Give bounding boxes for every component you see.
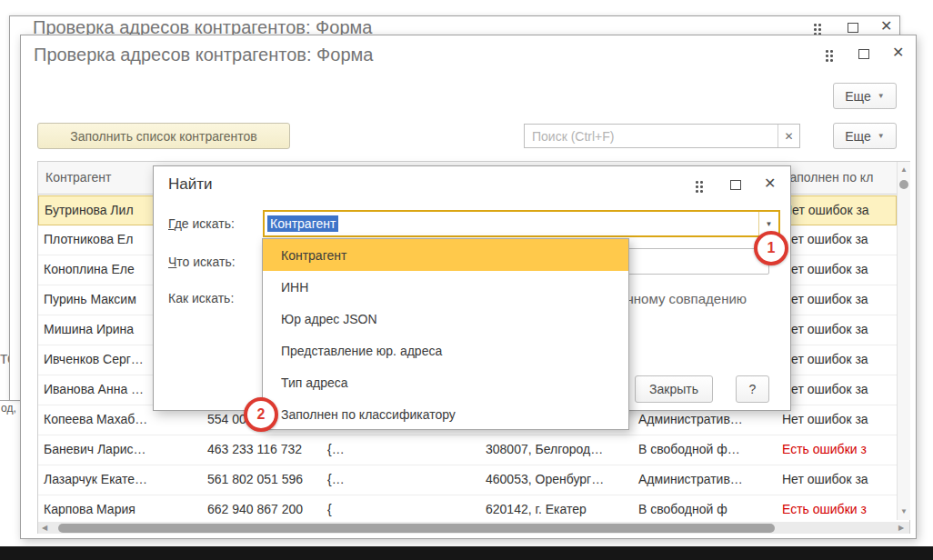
dropdown-item[interactable]: Тип адреса [263,366,628,398]
cell-name: Коноплина Еле [44,262,135,276]
cell-status: Нет ошибок за [782,382,868,396]
cell-name: Баневич Ларис… [44,442,146,456]
what-label: Что искать: [168,255,236,269]
bottom-bar [0,546,933,560]
cell-status: Нет ошибок за [782,322,868,336]
more-button-table[interactable]: Еще ▼ [833,123,897,149]
page-title: Проверка адресов контрагентов: Форма [34,45,373,65]
dropdown-item[interactable]: Юр адрес JSON [263,303,628,335]
cell-status: Есть ошибки з [782,502,867,516]
search-input[interactable] [525,125,778,147]
cell-inn: 662 940 867 200 [207,502,303,516]
dropdown-item[interactable]: Контрагент [263,239,628,271]
cell-json: { [327,502,332,516]
table-row[interactable]: Лазарчук Екате…561 802 051 596{…460053, … [38,465,897,495]
maximize-icon[interactable] [848,23,858,33]
dropdown-item[interactable]: Представление юр. адреса [263,335,628,366]
table-row[interactable]: Карпова Мария662 940 867 200{620142, г. … [38,495,897,522]
cell-name: Бутринова Лил [45,203,134,217]
cell-name: Ивченков Серг… [44,352,144,366]
cell-json: {… [327,472,345,486]
close-icon[interactable]: ✕ [880,20,892,33]
dialog-title: Найти [168,175,213,194]
menu-dots-icon[interactable] [696,181,703,193]
more-button-label: Еще [845,129,871,144]
table-row[interactable]: Баневич Ларис…463 233 116 732{…308007, Б… [38,435,897,465]
maximize-icon[interactable] [730,180,741,190]
maximize-icon[interactable] [858,49,869,59]
search-scope-combobox[interactable]: Контрагент ▼ [263,210,780,237]
cell-status: Нет ошибок за [782,262,868,276]
cell-status: Нет ошибок за [782,412,868,426]
vertical-scroll-thumb[interactable] [899,180,908,189]
cell-type: В свободной ф [638,502,727,516]
cell-type: В свободной ф… [638,442,740,456]
horizontal-scroll-thumb[interactable] [58,524,775,533]
cell-status: Нет ошибок за [783,203,869,217]
chevron-down-icon: ▼ [878,132,885,140]
annotation-step-2: 2 [244,397,278,432]
fill-counterparties-button[interactable]: Заполнить список контрагентов [37,123,290,149]
cell-type: Административ… [638,412,743,426]
cell-name: Плотникова Ел [44,232,133,246]
clear-search-button[interactable]: ✕ [778,125,799,147]
cell-status: Нет ошибок за [782,472,868,486]
cell-name: Карпова Мария [44,502,135,516]
background-text-fragment: од, [1,402,16,415]
cell-type: Административ… [638,472,743,486]
chevron-down-icon: ▼ [878,92,885,100]
dropdown-item[interactable]: ИНН [263,271,628,303]
cell-address: 460053, Оренбург… [486,472,604,486]
help-button[interactable]: ? [736,375,769,403]
annotation-number: 1 [767,240,776,256]
cell-status: Нет ошибок за [782,232,868,246]
scroll-right-icon[interactable]: ▶ [898,524,904,532]
cell-name: Иванова Анна … [44,382,144,396]
column-header-counterparty[interactable]: Контрагент [45,170,111,185]
column-header-filled-by[interactable]: Заполнен по кл [782,170,873,185]
annotation-step-1: 1 [754,231,788,265]
annotation-number: 2 [257,406,266,423]
cell-address: 308007, Белгород… [486,442,603,456]
cell-name: Пуринь Максим [44,292,136,306]
scroll-up-icon[interactable]: ▲ [900,165,908,174]
close-dialog-button[interactable]: Закрыть [635,375,713,403]
cell-name: Мишина Ирина [44,322,134,336]
cell-status: Есть ошибки з [782,442,867,456]
cell-name: Лазарчук Екате… [44,472,147,486]
cell-address: 620142, г. Екатер [486,502,587,516]
find-dropdown-list: КонтрагентИННЮр адрес JSONПредставление … [262,238,629,430]
cell-json: {… [327,442,345,456]
more-button-top[interactable]: Еще ▼ [833,83,897,109]
vertical-scrollbar[interactable]: ▲ ▼ [897,162,910,520]
cell-status: Нет ошибок за [782,352,868,366]
where-label: Где искать: [168,216,235,231]
cell-inn: 561 802 051 596 [207,472,303,486]
cell-name: Копеева Махаб… [44,412,147,426]
close-icon[interactable]: ✕ [892,46,904,59]
scroll-down-icon[interactable]: ▼ [900,507,908,515]
fill-button-label: Заполнить список контрагентов [70,129,257,144]
menu-dots-icon[interactable] [826,50,833,62]
how-label: Как искать: [168,291,234,305]
more-button-label: Еще [845,89,871,104]
horizontal-scrollbar[interactable]: ◀ ▶ [38,522,909,534]
dropdown-item[interactable]: Заполнен по классификатору [263,398,628,430]
close-icon[interactable]: ✕ [764,177,776,190]
chevron-down-icon: ▼ [766,220,773,228]
cell-inn: 463 233 116 732 [207,442,302,456]
cell-status: Нет ошибок за [782,292,868,306]
scroll-left-icon[interactable]: ◀ [42,524,47,532]
search-box: ✕ [524,124,800,148]
combobox-selected-value: Контрагент [267,215,338,232]
